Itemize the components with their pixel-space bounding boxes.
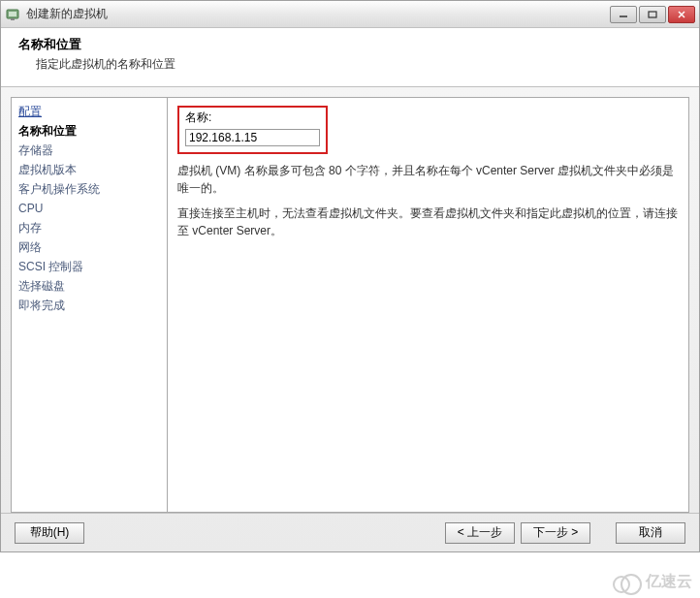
sidebar-item-memory: 内存: [15, 218, 164, 237]
page-subtitle: 指定此虚拟机的名称和位置: [13, 56, 687, 73]
wizard-header: 名称和位置 指定此虚拟机的名称和位置: [1, 28, 699, 87]
window-title: 创建新的虚拟机: [26, 6, 610, 22]
svg-rect-2: [11, 18, 15, 20]
sidebar-item-finish: 即将完成: [15, 296, 164, 315]
info-text-1: 虚拟机 (VM) 名称最多可包含 80 个字符，并且名称在每个 vCenter …: [177, 162, 679, 197]
watermark: 亿速云: [613, 572, 692, 592]
cloud-icon: [613, 574, 642, 591]
name-label: 名称:: [185, 110, 320, 126]
footer-right: < 上一步 下一步 > 取消: [445, 522, 685, 544]
sidebar-item-vm-version: 虚拟机版本: [15, 160, 164, 179]
back-button[interactable]: < 上一步: [445, 522, 515, 544]
minimize-button[interactable]: [610, 6, 637, 23]
svg-rect-4: [649, 12, 656, 17]
sidebar-item-config[interactable]: 配置: [15, 102, 164, 121]
page-title: 名称和位置: [13, 36, 687, 53]
main-panel: 名称: 虚拟机 (VM) 名称最多可包含 80 个字符，并且名称在每个 vCen…: [168, 97, 689, 513]
sidebar-item-name-location[interactable]: 名称和位置: [15, 121, 164, 141]
name-field-group: 名称:: [177, 106, 328, 154]
app-icon: [5, 7, 20, 22]
sidebar-item-cpu: CPU: [15, 199, 164, 218]
sidebar-item-guest-os: 客户机操作系统: [15, 179, 164, 199]
info-text-2: 直接连接至主机时，无法查看虚拟机文件夹。要查看虚拟机文件夹和指定此虚拟机的位置，…: [177, 205, 679, 239]
svg-rect-1: [9, 12, 16, 16]
cancel-button[interactable]: 取消: [616, 522, 685, 544]
sidebar-item-network: 网络: [15, 237, 164, 257]
name-input[interactable]: [185, 129, 320, 146]
wizard-footer: 帮助(H) < 上一步 下一步 > 取消: [1, 513, 699, 551]
wizard-steps: 配置 名称和位置 存储器 虚拟机版本 客户机操作系统 CPU 内存 网络 SCS…: [11, 97, 168, 513]
watermark-text: 亿速云: [646, 572, 692, 592]
sidebar-item-disk: 选择磁盘: [15, 276, 164, 296]
window-controls: [610, 6, 695, 23]
sidebar-item-storage: 存储器: [15, 141, 164, 160]
titlebar: 创建新的虚拟机: [1, 1, 699, 28]
wizard-body: 配置 名称和位置 存储器 虚拟机版本 客户机操作系统 CPU 内存 网络 SCS…: [1, 87, 699, 513]
help-button[interactable]: 帮助(H): [15, 522, 84, 544]
dialog-window: 创建新的虚拟机 名称和位置 指定此虚拟机的名称和位置 配置 名称和位置 存储器 …: [0, 0, 700, 552]
maximize-button[interactable]: [639, 6, 666, 23]
close-button[interactable]: [668, 6, 695, 23]
sidebar-item-scsi: SCSI 控制器: [15, 257, 164, 276]
next-button[interactable]: 下一步 >: [521, 522, 590, 544]
